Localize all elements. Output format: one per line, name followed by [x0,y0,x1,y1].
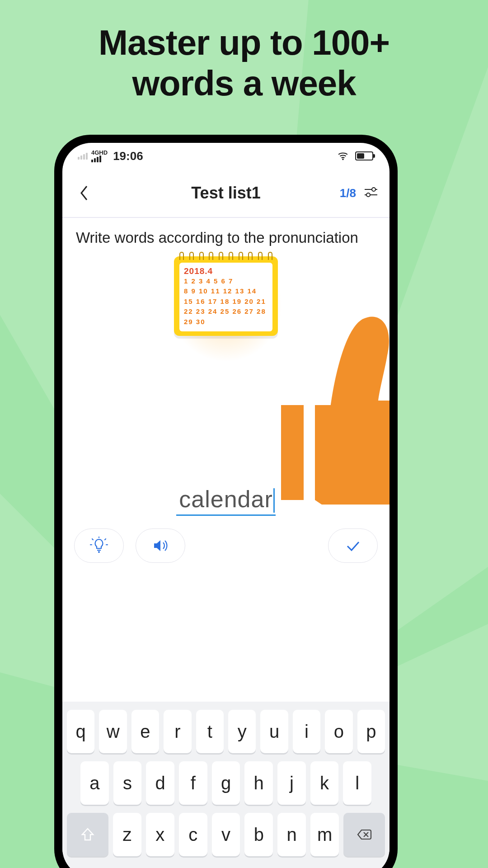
key-r[interactable]: r [164,710,191,753]
key-e[interactable]: e [131,710,159,753]
key-c[interactable]: c [179,813,207,856]
key-x[interactable]: x [146,813,174,856]
calendar-row: 22 23 24 25 26 27 28 [184,307,268,317]
svg-point-2 [372,188,375,191]
backspace-icon [356,826,372,843]
key-n[interactable]: n [277,813,306,856]
progress-counter: 1/8 [340,186,356,200]
key-y[interactable]: y [228,710,256,753]
key-a[interactable]: a [80,761,109,805]
sliders-icon [363,184,379,200]
key-h[interactable]: h [244,761,273,805]
key-o[interactable]: o [325,710,352,753]
calendar-icon: 2018.4 1 2 3 4 5 6 7 8 9 10 11 12 13 14 … [174,256,278,336]
keyboard: q w e r t y u i o p a s d f g h j k l [62,702,389,868]
key-s[interactable]: s [113,761,142,805]
headline-line: words a week [0,63,488,104]
key-d[interactable]: d [146,761,174,805]
battery-icon [355,151,373,160]
signal-weak-icon [78,153,88,160]
app-header: Test list1 1/8 [62,169,389,218]
exercise-prompt: Write words according to the pronunciati… [62,218,389,248]
keyboard-row: a s d f g h j k l [67,761,385,805]
word-illustration: 2018.4 1 2 3 4 5 6 7 8 9 10 11 12 13 14 … [62,256,389,336]
svg-point-11 [98,551,100,553]
key-b[interactable]: b [244,813,273,856]
calendar-month: 2018.4 [184,266,268,276]
calendar-row: 1 2 3 4 5 6 7 [184,276,268,287]
key-z[interactable]: z [113,813,141,856]
key-l[interactable]: l [343,761,371,805]
play-sound-button[interactable] [136,528,185,563]
calendar-row: 8 9 10 11 12 13 14 [184,286,268,297]
key-j[interactable]: j [277,761,306,805]
key-k[interactable]: k [310,761,339,805]
lightbulb-icon [90,537,108,555]
status-time: 19:06 [113,149,143,163]
svg-point-4 [366,193,370,197]
speaker-icon [151,537,169,555]
svg-line-8 [105,539,106,540]
hint-button[interactable] [74,528,124,563]
key-u[interactable]: u [260,710,288,753]
key-w[interactable]: w [99,710,127,753]
wifi-icon [337,150,349,162]
key-q[interactable]: q [67,710,94,753]
answer-input[interactable]: calendar [176,486,275,516]
svg-line-7 [92,539,93,540]
shift-icon [80,826,96,843]
key-g[interactable]: g [212,761,240,805]
key-p[interactable]: p [357,710,385,753]
signal-icon [91,156,108,162]
phone-frame: 4GHD 19:06 Test list1 [54,135,398,868]
key-m[interactable]: m [310,813,339,856]
network-label: 4GHD [91,150,108,156]
calendar-row: 15 16 17 18 19 20 21 [184,297,268,307]
key-f[interactable]: f [179,761,207,805]
key-v[interactable]: v [212,813,240,856]
answer-text: calendar [179,486,272,512]
key-t[interactable]: t [196,710,224,753]
key-backspace[interactable] [343,813,385,856]
key-shift[interactable] [67,813,108,856]
status-bar: 4GHD 19:06 [62,143,389,169]
key-i[interactable]: i [293,710,320,753]
keyboard-row: z x c v b n m [67,813,385,856]
text-caret [273,488,275,513]
marketing-headline: Master up to 100+ words a week [0,23,488,104]
keyboard-row: q w e r t y u i o p [67,710,385,753]
calendar-row: 29 30 [184,317,268,327]
svg-point-0 [342,159,343,160]
settings-button[interactable] [363,184,379,202]
headline-line: Master up to 100+ [0,23,488,63]
check-icon [344,537,362,555]
submit-button[interactable] [328,528,378,563]
phone-screen: 4GHD 19:06 Test list1 [62,143,389,868]
